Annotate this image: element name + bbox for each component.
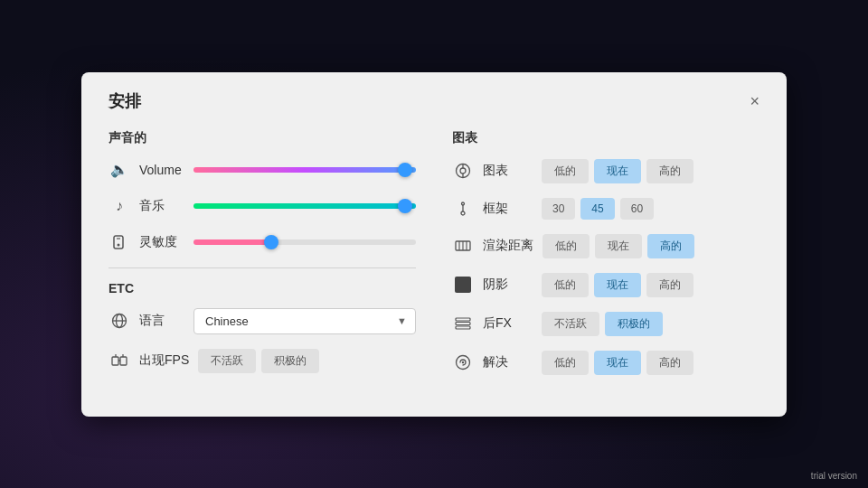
music-thumb [398, 199, 412, 213]
music-label: 音乐 [139, 198, 184, 214]
sensitivity-row: 灵敏度 [108, 231, 416, 253]
shadow-row: 阴影 低的 现在 高的 [452, 273, 760, 297]
svg-point-26 [462, 361, 464, 363]
language-select-wrapper[interactable]: Chinese English Japanese Korean ▼ [193, 308, 416, 334]
svg-point-1 [118, 243, 120, 246]
resolve-medium-button[interactable]: 现在 [594, 351, 641, 375]
graph-section-title: 图表 [452, 130, 760, 146]
music-row: ♪ 音乐 [108, 195, 416, 217]
spawn-fps-inactive-button[interactable]: 不活跃 [198, 349, 256, 373]
close-button[interactable]: × [750, 93, 760, 109]
graph-icon [452, 160, 474, 182]
trial-badge: trial version [811, 471, 857, 481]
music-icon: ♪ [108, 195, 130, 217]
sensitivity-label: 灵敏度 [139, 234, 184, 250]
render-medium-button[interactable]: 现在 [595, 234, 642, 258]
svg-rect-6 [112, 357, 118, 365]
postfx-icon [452, 313, 474, 334]
graph-row: 图表 低的 现在 高的 [452, 159, 760, 183]
audio-section-title: 声音的 [108, 130, 416, 146]
shadow-medium-button[interactable]: 现在 [594, 273, 641, 297]
svg-point-12 [460, 168, 466, 174]
graph-high-button[interactable]: 高的 [646, 159, 693, 183]
language-label: 语言 [139, 313, 184, 329]
spawn-fps-buttons: 不活跃 积极的 [198, 349, 319, 373]
volume-slider[interactable] [193, 161, 416, 179]
render-row: 渲染距离 低的 现在 高的 [452, 234, 760, 258]
left-column: 声音的 🔈 Volume ♪ 音乐 [108, 130, 416, 389]
spawn-fps-icon [108, 350, 130, 371]
divider [108, 267, 416, 268]
render-buttons: 低的 现在 高的 [542, 234, 694, 258]
resolve-low-button[interactable]: 低的 [542, 351, 589, 375]
music-slider[interactable] [193, 197, 416, 215]
render-label: 渲染距离 [483, 238, 533, 254]
settings-modal: 安排 × 声音的 🔈 Volume ♪ 音乐 [81, 72, 787, 417]
spawn-fps-row: 出现FPS 不活跃 积极的 [108, 349, 416, 373]
frame-row: 框架 30 45 60 [452, 198, 760, 220]
resolve-row: 解决 低的 现在 高的 [452, 351, 760, 375]
resolve-high-button[interactable]: 高的 [646, 351, 693, 375]
sensitivity-slider[interactable] [193, 233, 416, 251]
graph-low-button[interactable]: 低的 [542, 159, 589, 183]
frame-45-button[interactable]: 45 [580, 198, 614, 220]
resolve-buttons: 低的 现在 高的 [542, 351, 693, 375]
frame-30-button[interactable]: 30 [542, 198, 575, 220]
volume-track [193, 167, 416, 173]
shadow-low-button[interactable]: 低的 [542, 273, 589, 297]
graph-medium-button[interactable]: 现在 [594, 159, 641, 183]
postfx-label: 后FX [483, 315, 533, 332]
svg-rect-7 [120, 357, 127, 365]
svg-rect-22 [456, 318, 470, 321]
postfx-buttons: 不活跃 积极的 [542, 312, 663, 336]
resolve-label: 解决 [483, 354, 533, 371]
modal-body: 声音的 🔈 Volume ♪ 音乐 [108, 130, 760, 389]
shadow-buttons: 低的 现在 高的 [542, 273, 693, 297]
music-track [193, 203, 416, 209]
sensitivity-track [193, 239, 416, 245]
frame-icon [452, 198, 474, 220]
modal-header: 安排 × [108, 90, 760, 112]
shadow-box [455, 277, 471, 293]
render-low-button[interactable]: 低的 [542, 234, 590, 258]
sensitivity-thumb [264, 235, 278, 249]
modal-title: 安排 [108, 90, 141, 112]
frame-buttons: 30 45 60 [542, 198, 654, 220]
language-select[interactable]: Chinese English Japanese Korean [193, 308, 416, 334]
language-icon [108, 310, 130, 332]
etc-section-title: ETC [108, 281, 416, 296]
postfx-active-button[interactable]: 积极的 [605, 312, 663, 336]
sensitivity-icon [108, 231, 130, 253]
graph-buttons: 低的 现在 高的 [542, 159, 693, 183]
svg-point-15 [461, 211, 465, 215]
volume-icon: 🔈 [108, 159, 130, 181]
svg-rect-0 [114, 236, 123, 249]
frame-label: 框架 [483, 201, 533, 217]
shadow-icon [452, 274, 474, 296]
frame-60-button[interactable]: 60 [620, 198, 654, 220]
spawn-fps-label: 出现FPS [139, 352, 189, 369]
postfx-inactive-button[interactable]: 不活跃 [542, 312, 599, 336]
render-high-button[interactable]: 高的 [647, 234, 694, 258]
spawn-fps-active-button[interactable]: 积极的 [261, 349, 319, 373]
svg-point-17 [462, 202, 465, 205]
render-icon [452, 235, 474, 257]
volume-label: Volume [139, 163, 184, 177]
volume-row: 🔈 Volume [108, 159, 416, 181]
graph-label: 图表 [483, 163, 533, 179]
resolve-icon [452, 352, 474, 373]
shadow-high-button[interactable]: 高的 [646, 273, 693, 297]
postfx-row: 后FX 不活跃 积极的 [452, 312, 760, 336]
svg-rect-23 [456, 323, 470, 325]
right-column: 图表 图表 低的 现在 高的 [452, 130, 760, 389]
language-row: 语言 Chinese English Japanese Korean ▼ [108, 308, 416, 334]
shadow-label: 阴影 [483, 277, 533, 293]
svg-rect-24 [456, 326, 470, 329]
volume-thumb [398, 163, 412, 177]
